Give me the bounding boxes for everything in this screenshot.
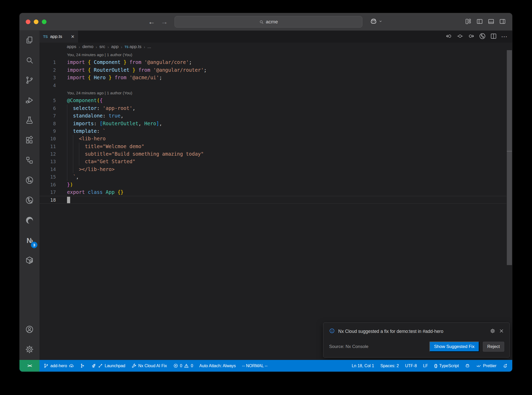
activity-item-run-debug[interactable]: [19, 91, 39, 111]
code-line-5[interactable]: 5@Component({: [39, 97, 507, 104]
activity-item-explorer[interactable]: [19, 31, 39, 51]
code-line-4[interactable]: 4: [39, 82, 507, 89]
close-window-button[interactable]: [26, 19, 30, 24]
activity-item-testing[interactable]: [19, 111, 39, 131]
code-line-15[interactable]: 15 `,: [39, 173, 507, 181]
code-line-17[interactable]: 17export class App {}: [39, 188, 507, 196]
codelens-text[interactable]: You, 24 minutes ago | 1 author (You): [67, 51, 132, 58]
code-line-13[interactable]: 13 cta="Get Started": [39, 158, 507, 165]
indent-guide: [73, 150, 73, 158]
status-label: UTF-8: [405, 364, 417, 368]
customize-layout-icon[interactable]: [465, 18, 472, 26]
activity-item-search[interactable]: [19, 51, 39, 71]
activity-item-nx-console[interactable]: N›3: [19, 231, 39, 251]
code-line-3[interactable]: 3import { Hero } from '@acme/ui';: [39, 74, 507, 81]
warning-triangle-icon: [184, 363, 189, 368]
commit-graph-icon[interactable]: [479, 32, 486, 41]
nav-back-icon[interactable]: [445, 32, 453, 41]
code-line-6[interactable]: 6 selector: 'app-root',: [39, 104, 507, 112]
status-encoding[interactable]: UTF-8: [405, 364, 417, 368]
activity-item-source-control[interactable]: [19, 71, 39, 91]
code-editor[interactable]: You, 24 minutes ago | 1 author (You)1imp…: [39, 51, 507, 204]
toggle-panel-icon[interactable]: [488, 18, 495, 26]
line-number: 1: [39, 58, 56, 66]
breadcrumb-item-app-ts[interactable]: TS app.ts: [124, 44, 141, 49]
breadcrumb-item-demo[interactable]: demo: [82, 44, 94, 49]
code-line-18[interactable]: 18: [39, 196, 507, 203]
code-line-9[interactable]: 9 template: `: [39, 127, 507, 135]
nav-forward-icon[interactable]: [468, 32, 475, 41]
gutter: [39, 51, 56, 58]
more-actions-icon[interactable]: ⋯: [501, 35, 508, 38]
status-label: Auto Attach: Always: [199, 364, 236, 368]
breadcrumb-item-app[interactable]: app: [111, 44, 118, 49]
copilot-menu[interactable]: [370, 17, 383, 26]
debug-icon: [25, 96, 34, 106]
code-line-7[interactable]: 7 standalone: true,: [39, 112, 507, 120]
status-eol[interactable]: LF: [423, 364, 428, 368]
activity-item-related-views[interactable]: [19, 151, 39, 171]
activity-item-gitlens-inspect[interactable]: [19, 191, 39, 211]
zoom-window-button[interactable]: [42, 19, 46, 24]
toggle-primary-sidebar-icon[interactable]: [476, 18, 483, 26]
activity-item-extensions[interactable]: [19, 131, 39, 151]
code-line-14[interactable]: 14 ></lib-hero>: [39, 166, 507, 173]
minimize-window-button[interactable]: [34, 19, 38, 24]
nav-location-icon[interactable]: [456, 32, 464, 41]
code-line-16[interactable]: 16}): [39, 181, 507, 188]
activity-bar: N›3: [19, 31, 39, 360]
rocket-icon: [91, 363, 96, 368]
notification-settings-gear-icon[interactable]: [490, 328, 495, 335]
activity-item-edge-browser[interactable]: [19, 211, 39, 231]
status-auto-attach[interactable]: Auto Attach: Always: [199, 364, 236, 368]
package-icon: [25, 256, 34, 266]
reject-button[interactable]: Reject: [483, 342, 504, 352]
scrollbar-marker: [507, 151, 512, 152]
status-indentation[interactable]: Spaces: 2: [380, 364, 399, 368]
breadcrumb-item-src[interactable]: src: [99, 44, 105, 49]
code-text: cta="Get Started": [67, 158, 135, 165]
notification-close-icon[interactable]: [499, 328, 504, 335]
status-git-branch-status[interactable]: add-hero: [44, 363, 74, 368]
status-formatter[interactable]: Prettier: [476, 363, 496, 368]
indent-guide: [67, 127, 67, 135]
code-line-2[interactable]: 2import { RouterOutlet } from '@angular/…: [39, 66, 507, 74]
close-tab-icon[interactable]: ✕: [71, 34, 75, 40]
codelens-annotation[interactable]: You, 24 minutes ago | 1 author (You): [39, 89, 507, 97]
status-vim-mode[interactable]: -- NORMAL --: [242, 364, 268, 368]
navigate-forward-icon[interactable]: →: [161, 18, 168, 26]
toggle-secondary-sidebar-icon[interactable]: [499, 18, 506, 26]
breadcrumb-item-apps[interactable]: apps: [67, 44, 76, 49]
code-text: export class App {}: [67, 188, 123, 196]
remote-indicator[interactable]: ><: [19, 360, 39, 372]
status-launchpad[interactable]: Launchpad: [91, 363, 125, 368]
status-bar: >< add-heroLaunchpadNx Cloud AI Fix00Aut…: [19, 360, 512, 372]
activity-item-gitlens[interactable]: [19, 171, 39, 191]
indent-guide: [67, 135, 67, 142]
activity-item-settings[interactable]: [19, 340, 39, 360]
codelens-text[interactable]: You, 24 minutes ago | 1 author (You): [67, 89, 132, 97]
status-cursor-position[interactable]: Ln 18, Col 1: [352, 364, 374, 368]
command-center-search[interactable]: acme: [175, 16, 362, 28]
status-label: Prettier: [483, 364, 496, 368]
split-editor-icon[interactable]: [490, 32, 497, 41]
status-nx-cloud-ai-fix[interactable]: Nx Cloud AI Fix: [131, 363, 167, 368]
activity-item-package-explorer[interactable]: [19, 251, 39, 271]
breadcrumb-item--[interactable]: ...: [147, 44, 151, 49]
code-line-1[interactable]: 1import { Component } from '@angular/cor…: [39, 58, 507, 66]
codelens-annotation[interactable]: You, 24 minutes ago | 1 author (You): [39, 51, 507, 58]
status-problems[interactable]: 00: [173, 363, 193, 368]
code-line-12[interactable]: 12 subtitle="Build something amazing tod…: [39, 150, 507, 158]
status-commit-graph[interactable]: [80, 363, 85, 368]
editor-scrollbar[interactable]: [507, 50, 512, 265]
tab-app-ts[interactable]: TS app.ts ✕: [39, 31, 78, 43]
code-line-8[interactable]: 8 imports: [RouterOutlet, Hero],: [39, 120, 507, 127]
code-line-11[interactable]: 11 title="Welcmoe demo": [39, 143, 507, 150]
status-copilot[interactable]: [465, 363, 470, 368]
status-notifications[interactable]: [503, 363, 508, 368]
status-language-mode[interactable]: {}TypeScript: [434, 364, 459, 368]
activity-item-accounts[interactable]: [19, 320, 39, 340]
code-line-10[interactable]: 10 <lib-hero: [39, 135, 507, 142]
show-suggested-fix-button[interactable]: Show Suggested Fix: [429, 341, 479, 352]
navigate-back-icon[interactable]: ←: [148, 18, 155, 26]
